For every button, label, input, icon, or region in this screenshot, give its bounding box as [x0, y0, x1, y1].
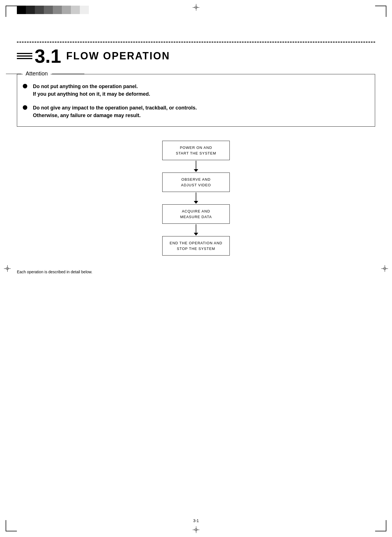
attention-content: Do not put anything on the operation pan…	[17, 74, 375, 126]
flow-arrow-3	[194, 224, 198, 236]
color-segment	[53, 6, 62, 14]
flow-box-2: OBSERVE AND ADJUST VIDEO	[162, 173, 230, 192]
color-segment	[26, 6, 35, 14]
arrow-head	[194, 201, 198, 204]
corner-mark-tr	[375, 6, 386, 17]
section-heading: 3.1 FLOW OPERATION	[17, 46, 375, 66]
attention-text-1: Do not put anything on the operation pan…	[33, 83, 150, 98]
section-number-container: 3.1	[17, 46, 61, 66]
arrow-head	[194, 169, 198, 172]
flow-box-4: END THE OPERATION AND STOP THE SYSTEM	[162, 236, 230, 256]
corner-mark-br	[375, 520, 386, 531]
color-segment	[71, 6, 80, 14]
color-segment	[89, 6, 98, 14]
color-segment	[80, 6, 89, 14]
section-title: FLOW OPERATION	[66, 50, 170, 62]
attention-item-2: Do not give any impact to the operation …	[23, 104, 366, 119]
dashed-separator	[17, 42, 375, 42]
crosshair-left	[4, 265, 11, 272]
section-number: 3.1	[32, 46, 61, 66]
arrow-line	[196, 193, 196, 201]
page-content: 3.1 FLOW OPERATION Attention Do not put …	[17, 46, 375, 285]
color-segment	[44, 6, 53, 14]
flow-arrow-1	[194, 161, 198, 172]
arrow-line	[196, 161, 196, 169]
attention-box: Attention Do not put anything on the ope…	[17, 74, 375, 127]
page-number: 3-1	[193, 518, 199, 523]
flow-box-1: POWER ON AND START THE SYSTEM	[162, 141, 230, 160]
arrow-line	[196, 224, 196, 233]
attention-text-2: Do not give any impact to the operation …	[33, 104, 197, 119]
bullet-dot-2	[23, 105, 27, 110]
flow-box-3: ACQUIRE AND MEASURE DATA	[162, 204, 230, 224]
color-segment	[17, 6, 26, 14]
attention-item-1: Do not put anything on the operation pan…	[23, 83, 366, 98]
crosshair-bottom	[193, 526, 199, 533]
footer-description: Each operation is described in detail be…	[17, 270, 375, 274]
flowchart: POWER ON AND START THE SYSTEMOBSERVE AND…	[17, 141, 375, 256]
corner-mark-tl	[6, 6, 17, 17]
corner-mark-bl	[6, 520, 17, 531]
arrow-head	[194, 233, 198, 236]
color-segment	[62, 6, 71, 14]
flow-arrow-2	[194, 193, 198, 204]
attention-label: Attention	[23, 70, 51, 77]
color-bar	[17, 6, 98, 14]
color-segment	[35, 6, 44, 14]
crosshair-top	[193, 4, 199, 11]
bullet-dot-1	[23, 84, 27, 88]
crosshair-right	[381, 265, 388, 272]
